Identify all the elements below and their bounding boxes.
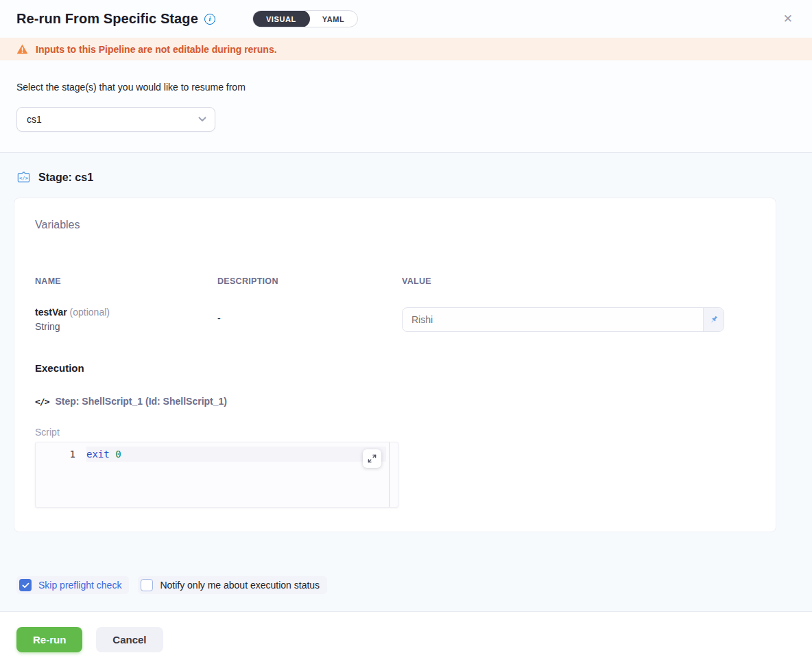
visual-yaml-toggle: VISUAL YAML (252, 10, 359, 27)
step-row: </> Step: ShellScript_1 (Id: ShellScript… (35, 396, 755, 407)
code-line-content: exit 0 (86, 447, 386, 462)
tab-yaml[interactable]: YAML (309, 10, 358, 27)
variable-name-cell: testVar (optional) String (35, 307, 217, 332)
dialog-header: Re-run From Specific Stage i VISUAL YAML… (0, 0, 812, 38)
editor-scrollbar[interactable] (389, 442, 390, 507)
step-label: Step: ShellScript_1 (Id: ShellScript_1) (55, 396, 227, 407)
svg-text:</>: </> (19, 175, 28, 181)
stage-title: Stage: cs1 (38, 171, 93, 184)
rerun-button[interactable]: Re-run (16, 627, 82, 652)
code-line: 1 exit 0 (36, 447, 398, 462)
script-label: Script (35, 427, 755, 438)
warning-triangle-icon (16, 44, 28, 54)
col-header-description: DESCRIPTION (217, 276, 402, 286)
variable-value-input[interactable] (403, 308, 703, 331)
code-token-keyword: exit (86, 449, 110, 460)
stage-select-section: Select the stage(s) that you would like … (0, 60, 812, 152)
variables-table-header: NAME DESCRIPTION VALUE (35, 276, 755, 286)
checkbox-checked-icon[interactable] (19, 579, 32, 591)
chevron-down-icon[interactable] (198, 117, 206, 122)
dialog-footer: Re-run Cancel (0, 611, 812, 664)
code-token-number: 0 (115, 449, 121, 460)
page-title: Re-run From Specific Stage (16, 11, 198, 27)
col-header-name: NAME (35, 276, 217, 286)
script-code-editor[interactable]: 1 exit 0 (35, 442, 398, 508)
execution-heading: Execution (35, 362, 755, 374)
variable-row: testVar (optional) String - (35, 307, 755, 332)
variable-name: testVar (35, 307, 67, 318)
run-options-row: Skip preflight check Notify only me abou… (0, 532, 812, 594)
custom-stage-icon: </> (16, 170, 31, 185)
stage-dropdown[interactable]: cs1 (16, 107, 215, 132)
tab-visual[interactable]: VISUAL (252, 10, 310, 27)
expand-editor-button[interactable] (363, 449, 381, 468)
variable-type: String (35, 321, 217, 332)
cancel-button[interactable]: Cancel (96, 627, 163, 652)
code-brackets-icon: </> (35, 396, 49, 407)
stage-inputs-card: Variables NAME DESCRIPTION VALUE testVar… (14, 198, 776, 532)
line-number: 1 (36, 449, 75, 460)
notify-only-me-label: Notify only me about execution status (160, 580, 320, 591)
warning-text: Inputs to this Pipeline are not editable… (36, 44, 277, 55)
variable-description: - (217, 307, 402, 324)
stage-dropdown-value: cs1 (27, 114, 42, 125)
stage-header: </> Stage: cs1 (0, 153, 812, 198)
close-icon[interactable]: ✕ (783, 13, 793, 25)
variable-value-field (402, 307, 724, 332)
variable-optional-tag: (optional) (70, 307, 110, 318)
pin-icon (709, 315, 719, 324)
col-header-value: VALUE (402, 276, 724, 286)
info-icon[interactable]: i (204, 14, 215, 25)
warning-banner: Inputs to this Pipeline are not editable… (0, 38, 812, 60)
variables-heading: Variables (35, 219, 755, 231)
expand-icon (368, 454, 377, 463)
notify-only-me-checkbox[interactable]: Notify only me about execution status (138, 576, 327, 594)
stage-detail-section: </> Stage: cs1 Variables NAME DESCRIPTIO… (0, 152, 812, 611)
pin-button[interactable] (703, 308, 724, 331)
checkbox-unchecked-icon[interactable] (141, 579, 153, 591)
skip-preflight-label: Skip preflight check (38, 580, 121, 591)
stage-select-label: Select the stage(s) that you would like … (16, 82, 796, 93)
skip-preflight-checkbox[interactable]: Skip preflight check (16, 576, 129, 594)
